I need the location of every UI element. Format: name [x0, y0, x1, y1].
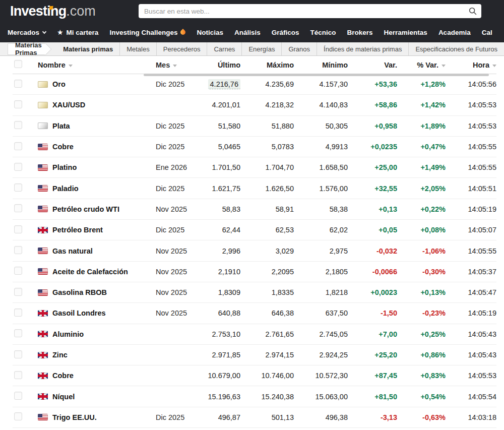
change-percent-cell: +1,28% [397, 80, 446, 88]
row-checkbox[interactable] [14, 183, 22, 192]
column-header-pct-var[interactable]: % Var. [397, 61, 446, 69]
row-checkbox[interactable] [14, 267, 22, 275]
column-header-mes[interactable]: Mes [150, 61, 194, 69]
select-all-checkbox[interactable] [14, 60, 22, 68]
instrument-name[interactable]: Trigo EE.UU. [52, 413, 97, 421]
nav-item-cal[interactable]: Cal [476, 29, 498, 36]
row-checkbox[interactable] [14, 309, 22, 317]
table-row[interactable]: Cobre10.679,0010.746,0010.572,30+87,45+0… [13, 365, 496, 386]
instrument-name[interactable]: Oro [52, 80, 66, 88]
high-price-cell: 1.626,50 [240, 185, 294, 193]
subnav-item-indices-de-materias-primas[interactable]: Índices de materias primas [317, 42, 408, 55]
table-row[interactable]: Aluminio2.753,102.761,652.745,05+7,00+0,… [13, 324, 496, 345]
row-checkbox-cell [13, 246, 38, 256]
nav-item-mi-cartera[interactable]: ★Mi cartera [51, 29, 104, 36]
instrument-name[interactable]: Gasoil Londres [52, 309, 106, 317]
instrument-name[interactable]: Petróleo Brent [52, 226, 103, 234]
change-cell: +0,05 [348, 226, 397, 234]
row-checkbox[interactable] [14, 350, 22, 358]
table-row[interactable]: Níquel15.196,6315.240,3815.063,00+81,50+… [13, 386, 496, 407]
instrument-name[interactable]: XAU/USD [52, 101, 85, 109]
table-row[interactable]: Trigo EE.UU.Dic 2025496,87501,13496,38-3… [13, 407, 496, 428]
time-cell: 14:05:55 [446, 143, 496, 151]
subnav-item-carnes[interactable]: Carnes [207, 42, 241, 55]
nav-item-investing-challenges[interactable]: Investing Challenges [104, 29, 191, 36]
instrument-name[interactable]: Petróleo crudo WTI [52, 205, 119, 213]
last-price-cell: 62,44 [194, 226, 240, 234]
table-row[interactable]: Gas naturalNov 20252,9963,0292,975-0,032… [13, 240, 496, 261]
subnav-item-energias[interactable]: Energías [241, 42, 281, 55]
subnav-item-metales[interactable]: Metales [119, 42, 156, 55]
search-icon[interactable] [468, 7, 477, 16]
instrument-name[interactable]: Aceite de Calefacción [52, 268, 128, 276]
table-row[interactable]: OroDic 20254.216,764.235,694.157,30+53,3… [13, 74, 496, 95]
instrument-name[interactable]: Gas natural [52, 247, 93, 255]
row-checkbox[interactable] [14, 288, 22, 296]
time-cell: 14:05:37 [446, 268, 496, 276]
subnav-item-perecederos[interactable]: Perecederos [156, 42, 207, 55]
nav-item-mercados[interactable]: Mercados [2, 29, 51, 36]
row-checkbox[interactable] [14, 392, 22, 400]
table-row[interactable]: PlatinoEne 20261.701,501.704,701.658,50+… [13, 157, 496, 178]
subnav-item-granos[interactable]: Granos [281, 42, 317, 55]
row-checkbox[interactable] [14, 142, 22, 150]
nav-item-academia[interactable]: Academia [433, 29, 476, 36]
table-row[interactable]: Zinc2.971,852.974,152.924,25+25,20+0,86%… [13, 345, 496, 365]
instrument-name[interactable]: Aluminio [52, 330, 84, 338]
instrument-name[interactable]: Níquel [52, 393, 75, 401]
column-header-minimo[interactable]: Mínimo [294, 61, 348, 69]
instrument-name[interactable]: Plata [52, 122, 70, 130]
table-row[interactable]: Aceite de CalefacciónNov 20252,19102,209… [13, 262, 496, 282]
row-checkbox-cell [13, 183, 38, 193]
instrument-name[interactable]: Platino [52, 163, 77, 171]
table-row[interactable]: Gasoil LondresNov 2025640,88646,38637,50… [13, 303, 496, 324]
row-checkbox[interactable] [14, 371, 22, 379]
subnav-item-materias-primas[interactable]: Materias primas [56, 42, 119, 55]
row-checkbox[interactable] [14, 204, 22, 212]
contract-month-cell: Dic 2025 [150, 413, 194, 421]
instrument-name[interactable]: Cobre [52, 143, 74, 151]
table-row[interactable]: XAU/USD4.201,014.218,324.140,83+58,86+1,… [13, 95, 496, 115]
nav-item-tecnico[interactable]: Técnico [305, 29, 342, 36]
column-header-nombre[interactable]: Nombre [38, 61, 150, 69]
table-row[interactable]: Gasolina RBOBNov 20251,83091,83351,8218+… [13, 282, 496, 303]
instrument-name[interactable]: Gasolina RBOB [52, 288, 107, 296]
row-checkbox[interactable] [14, 246, 22, 254]
table-row[interactable]: Petróleo BrentDic 202562,4462,5362,02+0,… [13, 220, 496, 240]
table-row[interactable]: PlataDic 202551,58051,88050,305+0,958+1,… [13, 116, 496, 137]
nav-item-brokers[interactable]: Brokers [342, 29, 379, 36]
row-checkbox[interactable] [14, 412, 22, 420]
instrument-name[interactable]: Cobre [52, 372, 74, 380]
horizontal-scrollbar-thumb[interactable] [144, 74, 489, 76]
row-checkbox[interactable] [14, 80, 22, 88]
table-header-row: Nombre Mes Último Máximo Mínimo Var. % V… [13, 56, 496, 74]
nav-item-analisis[interactable]: Análisis [229, 29, 266, 36]
row-checkbox[interactable] [14, 100, 22, 108]
search-input[interactable] [139, 4, 481, 18]
row-checkbox[interactable] [14, 329, 22, 337]
nav-item-herramientas[interactable]: Herramientas [379, 29, 433, 36]
breadcrumb-tab-materias-primas[interactable]: Materias Primas [8, 43, 45, 55]
instrument-name[interactable]: Paladio [52, 185, 79, 193]
column-header-hora[interactable]: Hora [446, 61, 496, 69]
last-price-cell: 51,580 [194, 122, 240, 130]
contract-month-cell: Dic 2025 [150, 226, 194, 234]
time-cell: 14:05:56 [446, 80, 496, 88]
instrument-name[interactable]: Zinc [52, 351, 68, 359]
nav-item-noticias[interactable]: Noticias [191, 29, 229, 36]
column-header-maximo[interactable]: Máximo [240, 61, 294, 69]
table-row[interactable]: CobreDic 20255,04655,07834,9913+0,0235+0… [13, 137, 496, 157]
row-checkbox[interactable] [14, 121, 22, 129]
nav-item-graficos[interactable]: Gráficos [266, 29, 305, 36]
column-header-var[interactable]: Var. [348, 61, 397, 69]
investing-logo[interactable]: Investing.com [6, 5, 96, 18]
low-price-cell: 2.924,25 [294, 351, 348, 359]
table-row[interactable]: PaladioDic 20251.621,751.626,501.576,00+… [13, 178, 496, 199]
subnav-item-especificaciones-de-futuros[interactable]: Especificaciones de Futuros [408, 42, 504, 55]
low-price-cell: 2,1805 [294, 268, 348, 276]
row-checkbox[interactable] [14, 163, 22, 171]
table-row[interactable]: Petróleo crudo WTINov 202558,8358,9158,3… [13, 199, 496, 220]
column-header-ultimo[interactable]: Último [194, 61, 240, 69]
low-price-cell: 62,02 [294, 226, 348, 234]
row-checkbox[interactable] [14, 225, 22, 233]
